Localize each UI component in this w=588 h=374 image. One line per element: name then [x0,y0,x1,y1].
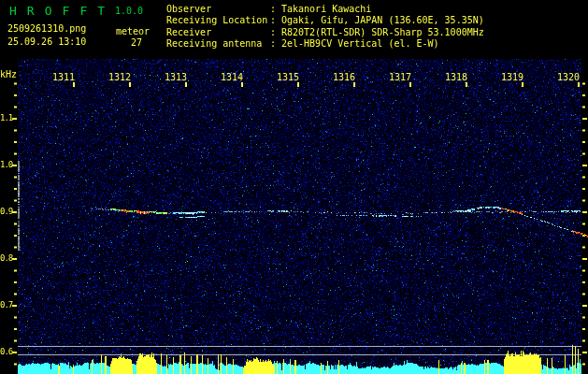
station-info-row: Receiving Location:Ogaki, Gifu, JAPAN (1… [166,15,484,26]
station-info: Observer:Takanori KawachiReceiving Locat… [166,4,484,50]
mode-label: meteor [116,26,150,36]
x-axis-label: 1317 [389,72,411,82]
y-axis-label: 0.7 [0,300,12,309]
info-colon: : [270,27,281,38]
x-axis-label: 1319 [501,72,523,82]
info-label: Observer [166,4,270,15]
x-axis-label: 1311 [52,72,75,82]
info-value: Ogaki, Gifu, JAPAN (136.60E, 35.35N) [281,15,484,26]
x-axis-label: 1313 [165,72,187,82]
app-version: 1.0.0 [115,6,143,16]
x-axis-label: 1320 [557,72,580,82]
info-label: Receiver [166,27,270,38]
x-axis-label: 1312 [108,72,131,82]
info-value: R820T2(RTL-SDR) SDR-Sharp 53.1000MHz [281,27,484,38]
station-info-row: Receiving antenna:2el-HB9CV Vertical (el… [166,38,484,50]
info-label: Receiving Location [166,15,270,26]
y-axis-unit: kHz [0,69,17,79]
info-colon: : [270,38,281,50]
info-colon: : [270,4,281,15]
spectrogram-canvas [0,0,588,374]
info-label: Receiving antenna [166,38,270,50]
y-axis-label: 1.1 [0,113,12,122]
x-axis-label: 1316 [333,72,355,82]
x-axis-label: 1315 [277,72,299,82]
info-colon: : [270,15,281,26]
station-info-row: Observer:Takanori Kawachi [166,4,484,15]
output-filename: 2509261310.png [7,23,86,34]
hrofft-window: H R O F F T 1.0.0 2509261310.png meteor … [0,0,588,374]
x-axis-label: 1318 [445,72,467,82]
meteor-count: 27 [131,37,142,48]
station-info-row: Receiver:R820T2(RTL-SDR) SDR-Sharp 53.10… [166,27,484,38]
y-axis-label: 0.9 [0,207,12,216]
app-title: H R O F F T [9,4,107,18]
x-axis-label: 1314 [221,72,243,82]
y-axis-label: 0.6 [0,347,12,356]
info-value: Takanori Kawachi [281,4,371,15]
y-axis-label: 1.0 [0,160,12,169]
y-axis-label: 0.8 [0,253,12,263]
info-value: 2el-HB9CV Vertical (el. E-W) [281,38,439,50]
datetime-label: 25.09.26 13:10 [7,36,86,47]
